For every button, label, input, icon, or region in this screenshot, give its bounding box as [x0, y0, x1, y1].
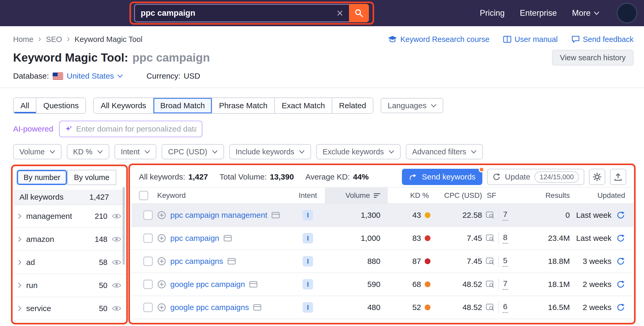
group-sort-option[interactable]: By number	[17, 170, 67, 185]
view-serp-icon[interactable]	[486, 257, 495, 265]
row-checkbox[interactable]	[143, 280, 153, 289]
eye-icon[interactable]	[112, 259, 121, 265]
add-keyword-icon[interactable]	[157, 211, 166, 220]
keyword-link[interactable]: google ppc campaign	[170, 280, 245, 289]
nav-pricing[interactable]: Pricing	[480, 8, 505, 18]
column-volume[interactable]: Volume	[325, 188, 388, 203]
column-intent[interactable]: Intent	[291, 188, 325, 203]
intent-badge[interactable]: I	[303, 302, 313, 313]
question-tab[interactable]: All	[14, 98, 36, 113]
view-serp-icon[interactable]	[486, 234, 495, 242]
match-tab[interactable]: Exact Match	[274, 98, 332, 113]
avatar[interactable]	[617, 3, 637, 23]
serp-preview-icon[interactable]	[249, 281, 258, 288]
group-sort-option[interactable]: By volume	[67, 170, 116, 185]
all-keywords-group[interactable]: All keywords 1,427	[14, 190, 125, 205]
row-checkbox[interactable]	[143, 233, 153, 243]
keyword-group-row[interactable]: management 210	[14, 205, 125, 228]
send-feedback-link[interactable]: Send feedback	[571, 35, 634, 44]
serp-preview-icon[interactable]	[223, 235, 232, 242]
column-kd[interactable]: KD %	[388, 188, 431, 203]
nav-more[interactable]: More	[572, 8, 599, 18]
row-checkbox[interactable]	[143, 210, 153, 220]
match-tab[interactable]: Phrase Match	[212, 98, 274, 113]
domain-input[interactable]	[76, 124, 197, 133]
intent-badge[interactable]: I	[303, 233, 313, 243]
nav-enterprise[interactable]: Enterprise	[520, 8, 557, 18]
keyword-link[interactable]: ppc campaign management	[170, 211, 267, 220]
table-settings-button[interactable]	[589, 169, 605, 185]
refresh-row-icon[interactable]	[616, 234, 625, 243]
filter-dropdown[interactable]: Intent	[114, 144, 157, 159]
column-keyword[interactable]: Keyword	[157, 188, 291, 203]
send-keywords-button[interactable]: Send keywords	[402, 169, 482, 185]
add-keyword-icon[interactable]	[157, 303, 166, 312]
sf-count[interactable]: 5	[503, 256, 508, 267]
filter-dropdown[interactable]: CPC (USD)	[162, 144, 224, 159]
filter-dropdown[interactable]: KD %	[67, 144, 109, 159]
filter-dropdown[interactable]: Include keywords	[229, 144, 311, 159]
update-metrics-button[interactable]: Update 124/15,000	[487, 169, 584, 185]
match-tab[interactable]: All Keywords	[94, 98, 153, 113]
intent-badge[interactable]: I	[303, 210, 313, 220]
keyword-link[interactable]: ppc campaign	[170, 234, 219, 243]
intent-badge[interactable]: I	[303, 279, 313, 290]
match-tab[interactable]: Related	[332, 98, 373, 113]
intent-badge[interactable]: I	[303, 256, 313, 267]
refresh-row-icon[interactable]	[616, 280, 625, 289]
refresh-row-icon[interactable]	[616, 303, 625, 312]
refresh-row-icon[interactable]	[616, 211, 625, 220]
serp-preview-icon[interactable]	[253, 304, 261, 311]
view-search-history-button[interactable]: View search history	[552, 50, 634, 66]
add-keyword-icon[interactable]	[157, 257, 166, 266]
add-keyword-icon[interactable]	[157, 280, 166, 289]
results-value: 23.4M	[521, 227, 570, 249]
search-field[interactable]: ×	[134, 4, 349, 22]
sf-count[interactable]: 7	[503, 279, 508, 290]
user-manual-link[interactable]: User manual	[503, 35, 558, 44]
refresh-row-icon[interactable]	[616, 257, 625, 266]
export-button[interactable]	[610, 169, 626, 185]
column-updated[interactable]: Updated	[570, 188, 626, 203]
keyword-group-row[interactable]: run 50	[14, 274, 125, 297]
breadcrumb-seo[interactable]: SEO	[46, 35, 62, 44]
clear-search-icon[interactable]: ×	[336, 7, 343, 19]
question-tab[interactable]: Questions	[36, 98, 85, 113]
keyword-group-row[interactable]: service 50	[14, 297, 125, 320]
search-input[interactable]	[141, 8, 333, 18]
add-keyword-icon[interactable]	[157, 234, 166, 243]
keyword-group-row[interactable]: ad 58	[14, 251, 125, 274]
eye-icon[interactable]	[112, 306, 121, 311]
select-all-checkbox[interactable]	[139, 191, 148, 200]
filter-dropdown[interactable]: Volume	[13, 144, 62, 159]
serp-preview-icon[interactable]	[227, 258, 236, 265]
view-serp-icon[interactable]	[486, 211, 495, 219]
sf-count[interactable]: 6	[503, 302, 508, 313]
keyword-research-course-link[interactable]: Keyword Research course	[388, 35, 489, 44]
filter-dropdown[interactable]: Exclude keywords	[316, 144, 401, 159]
breadcrumb-home[interactable]: Home	[13, 35, 33, 44]
database-selector[interactable]: United States	[67, 72, 123, 80]
view-serp-icon[interactable]	[486, 280, 495, 288]
row-checkbox[interactable]	[143, 257, 153, 266]
eye-icon[interactable]	[112, 213, 121, 219]
domain-input-pill[interactable]	[59, 121, 203, 137]
eye-icon[interactable]	[112, 282, 121, 288]
column-sf[interactable]: SF	[482, 188, 521, 203]
keyword-link[interactable]: ppc campaigns	[170, 257, 223, 266]
filter-dropdown[interactable]: Advanced filters	[406, 144, 483, 159]
view-serp-icon[interactable]	[486, 303, 495, 311]
match-tab[interactable]: Broad Match	[153, 98, 212, 113]
column-cpc[interactable]: CPC (USD)	[431, 188, 482, 203]
eye-icon[interactable]	[112, 236, 121, 242]
sidebar-scrollbar[interactable]	[123, 187, 125, 265]
keyword-group-row[interactable]: amazon 148	[14, 228, 125, 251]
keyword-link[interactable]: google ppc campaigns	[170, 303, 249, 312]
search-button[interactable]	[349, 4, 369, 22]
row-checkbox[interactable]	[143, 303, 153, 312]
column-results[interactable]: Results	[521, 188, 570, 203]
sf-count[interactable]: 8	[503, 233, 508, 244]
serp-preview-icon[interactable]	[271, 211, 280, 219]
sf-count[interactable]: 7	[503, 210, 508, 221]
languages-dropdown[interactable]: Languages	[381, 98, 443, 113]
